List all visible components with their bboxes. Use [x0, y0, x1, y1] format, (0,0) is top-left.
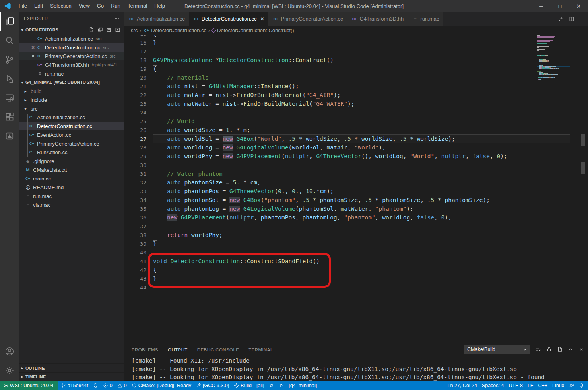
tab-detectorconstruction-cc[interactable]: C+DetectorConstruction.cc✕	[189, 12, 269, 26]
status-cmake-status[interactable]: CMake: [Debug]: Ready	[129, 381, 194, 390]
line-number[interactable]: 42	[124, 267, 146, 273]
panel-tab-problems[interactable]: PROBLEMS	[132, 343, 158, 356]
menu-terminal[interactable]: Terminal	[124, 0, 151, 12]
close-button[interactable]: ✕	[569, 0, 588, 12]
status-indentation[interactable]: Spaces: 4	[479, 381, 506, 390]
code-line-23[interactable]: 23 auto matWater = nist->FindOrBuildMate…	[124, 99, 570, 108]
split-editor-button[interactable]	[569, 16, 574, 22]
minimap[interactable]	[537, 35, 570, 87]
activity-search[interactable]	[0, 31, 19, 50]
line-content[interactable]: // World	[153, 117, 570, 126]
line-content[interactable]: }	[153, 38, 570, 47]
code-line-33[interactable]: 33 auto phantomPos = G4ThreeVector(0., 0…	[124, 187, 570, 196]
open-log-file-button[interactable]	[557, 347, 563, 352]
status-sync[interactable]	[91, 381, 101, 390]
line-content[interactable]	[153, 47, 570, 56]
views-and-more-actions-icon[interactable]	[114, 16, 120, 21]
line-number[interactable]: 28	[124, 145, 146, 151]
minimize-button[interactable]: ─	[532, 0, 551, 12]
menu-run[interactable]: Run	[107, 0, 124, 12]
code-line-36[interactable]: 36 new G4PVPlacement(nullptr, phantomPos…	[124, 213, 570, 222]
menu-go[interactable]: Go	[93, 0, 107, 12]
tree-item-include[interactable]: ▸include	[19, 95, 124, 104]
line-content[interactable]: auto worldPhy = new G4PVPlacement(nullpt…	[153, 152, 570, 161]
output-channel-select[interactable]: CMake/Build	[464, 345, 530, 354]
line-number[interactable]: 34	[124, 197, 146, 203]
menu-view[interactable]: View	[75, 0, 93, 12]
code-line-20[interactable]: 20 // materials	[124, 73, 570, 82]
status-cmake-launch-target[interactable]: [g4_minimal]	[286, 381, 319, 390]
tree-item-eventaction-cc[interactable]: C+EventAction.cc	[19, 130, 124, 139]
code-line-19[interactable]: 19{	[124, 64, 570, 73]
line-content[interactable]: auto matAir = nist->FindOrBuildMaterial(…	[153, 91, 570, 99]
line-content[interactable]: // materials	[153, 73, 570, 82]
tab-primarygeneratoraction-cc[interactable]: C+PrimaryGeneratorAction.cc	[268, 12, 347, 26]
line-content[interactable]: auto phantomLog = new G4LogicalVolume(ph…	[153, 204, 570, 213]
tree-item-detectorconstruction-cc[interactable]: C+DetectorConstruction.cc	[19, 122, 124, 130]
code-line-28[interactable]: 28 auto worldLog = new G4LogicalVolume(w…	[124, 143, 570, 152]
code-line-37[interactable]: 37	[124, 222, 570, 231]
line-content[interactable]: {	[153, 64, 570, 73]
code-line-27[interactable]: 27 auto worldSol = new G4Box("World", .5…	[124, 134, 570, 143]
status-cmake-kit[interactable]: [GCC 9.3.0]	[194, 381, 231, 390]
tab-run-mac[interactable]: ≡run.mac	[408, 12, 443, 26]
open-editors-header[interactable]: ▾ OPEN EDITORS	[19, 25, 124, 34]
editor-layout-button[interactable]	[97, 27, 103, 33]
line-number[interactable]: 38	[124, 232, 146, 238]
status-cursor-position[interactable]: Ln 27, Col 24	[445, 381, 479, 390]
activity-extensions[interactable]	[0, 107, 19, 126]
code-line-30[interactable]: 30	[124, 161, 570, 169]
open-editor-run-mac[interactable]: ≡run.mac	[19, 69, 124, 78]
status-eol[interactable]: LF	[525, 381, 536, 390]
activity-run-and-debug[interactable]	[0, 69, 19, 88]
activity-source-control[interactable]	[0, 50, 19, 69]
tab-g4transform3d-hh[interactable]: C+G4Transform3D.hh	[347, 12, 408, 26]
open-editor-g4transform3d-hh[interactable]: C+G4Transform3D.hh/opt/geant4/1...	[19, 60, 124, 69]
panel-tab-debug-console[interactable]: DEBUG CONSOLE	[197, 343, 239, 356]
tree-item-primarygeneratoraction-cc[interactable]: C+PrimaryGeneratorAction.cc	[19, 139, 124, 148]
code-line-15[interactable]: 15{	[124, 35, 570, 38]
status-cmake-target[interactable]: [all]	[254, 381, 266, 390]
activity-explorer[interactable]	[0, 12, 19, 31]
line-content[interactable]: auto nist = G4NistManager::Instance();	[153, 82, 570, 91]
breadcrumb-item-src[interactable]: src	[131, 27, 138, 33]
line-number[interactable]: 23	[124, 101, 146, 107]
status-cmake-build[interactable]: Build	[231, 381, 254, 390]
line-number[interactable]: 30	[124, 162, 146, 168]
code-line-34[interactable]: 34 auto phantomSol = new G4Box("phantom"…	[124, 196, 570, 204]
code-line-29[interactable]: 29 auto worldPhy = new G4PVPlacement(nul…	[124, 152, 570, 161]
line-content[interactable]	[153, 222, 570, 231]
maximize-button[interactable]: □	[551, 0, 569, 12]
line-number[interactable]: 31	[124, 171, 146, 177]
run-below-button[interactable]	[559, 16, 564, 22]
tree-item-readme-md[interactable]: iREADME.md	[19, 183, 124, 192]
remote-indicator[interactable]: >< WSL: Ubuntu-20.04	[0, 381, 58, 390]
activity-accounts[interactable]	[0, 342, 19, 361]
more-actions-button[interactable]	[579, 16, 585, 22]
line-number[interactable]: 40	[124, 250, 146, 256]
lock-scroll-button[interactable]	[546, 347, 552, 352]
menu-edit[interactable]: Edit	[31, 0, 47, 12]
line-content[interactable]: G4VPhysicalVolume *DetectorConstruction:…	[153, 56, 570, 64]
close-panel-button[interactable]	[578, 347, 584, 352]
breadcrumb-item-detectorconstruction-construct[interactable]: DetectorConstruction::Construct()	[212, 27, 294, 33]
line-number[interactable]: 16	[124, 40, 146, 46]
line-number[interactable]: 22	[124, 92, 146, 98]
status-remote-os[interactable]: Linux	[550, 381, 567, 390]
line-number[interactable]: 27	[124, 136, 146, 142]
line-number[interactable]: 29	[124, 153, 146, 159]
line-content[interactable]: new G4PVPlacement(nullptr, phantomPos, p…	[153, 213, 570, 222]
breadcrumb-item-detectorconstruction-cc[interactable]: C+DetectorConstruction.cc	[143, 27, 206, 33]
line-content[interactable]	[153, 161, 570, 169]
close-editor-icon[interactable]: ✕	[29, 54, 37, 59]
code-line-26[interactable]: 26 auto worldSize = 1. * m;	[124, 126, 570, 134]
open-editor-actioninitialization-cc[interactable]: C+ActionInitialization.ccsrc	[19, 34, 124, 43]
status-cmake-debug[interactable]	[266, 381, 276, 390]
scrollbar-decoration[interactable]	[581, 162, 585, 174]
line-number[interactable]: 39	[124, 241, 146, 247]
line-content[interactable]: auto worldLog = new G4LogicalVolume(worl…	[153, 143, 570, 152]
line-number[interactable]: 26	[124, 127, 146, 133]
status-language-mode[interactable]: C++	[536, 381, 550, 390]
code-line-31[interactable]: 31 // Water phantom	[124, 169, 570, 178]
project-root-header[interactable]: ▾ G4_MINIMAL [WSL: UBUNTU-20.04]	[19, 78, 124, 87]
